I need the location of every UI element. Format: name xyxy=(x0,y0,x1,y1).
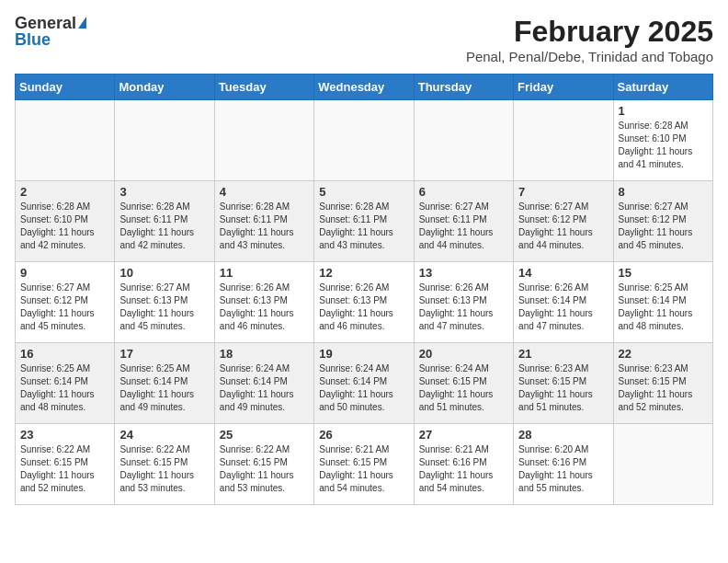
calendar-cell: 9Sunrise: 6:27 AM Sunset: 6:12 PM Daylig… xyxy=(16,262,115,343)
day-info: Sunrise: 6:25 AM Sunset: 6:14 PM Dayligh… xyxy=(20,362,109,414)
logo-blue-text: Blue xyxy=(15,31,51,48)
calendar-cell xyxy=(16,100,115,181)
day-info: Sunrise: 6:27 AM Sunset: 6:12 PM Dayligh… xyxy=(619,201,708,252)
location-subtitle: Penal, Penal/Debe, Trinidad and Tobago xyxy=(466,49,713,64)
weekday-header-sunday: Sunday xyxy=(16,75,115,100)
day-number: 28 xyxy=(518,428,608,442)
calendar-cell: 19Sunrise: 6:24 AM Sunset: 6:14 PM Dayli… xyxy=(314,343,414,424)
day-info: Sunrise: 6:24 AM Sunset: 6:14 PM Dayligh… xyxy=(319,362,408,414)
day-info: Sunrise: 6:21 AM Sunset: 6:16 PM Dayligh… xyxy=(419,443,508,495)
day-info: Sunrise: 6:27 AM Sunset: 6:12 PM Dayligh… xyxy=(518,201,608,252)
day-number: 20 xyxy=(419,347,508,361)
calendar-cell: 20Sunrise: 6:24 AM Sunset: 6:15 PM Dayli… xyxy=(414,343,513,424)
day-number: 26 xyxy=(319,428,408,442)
calendar-cell: 23Sunrise: 6:22 AM Sunset: 6:15 PM Dayli… xyxy=(16,424,115,505)
calendar-cell xyxy=(613,424,712,505)
calendar-body: 1Sunrise: 6:28 AM Sunset: 6:10 PM Daylig… xyxy=(16,100,713,505)
weekday-header-monday: Monday xyxy=(115,75,214,100)
calendar-cell: 28Sunrise: 6:20 AM Sunset: 6:16 PM Dayli… xyxy=(514,424,613,505)
day-info: Sunrise: 6:25 AM Sunset: 6:14 PM Dayligh… xyxy=(619,282,708,333)
day-info: Sunrise: 6:28 AM Sunset: 6:11 PM Dayligh… xyxy=(319,201,408,252)
calendar-cell: 27Sunrise: 6:21 AM Sunset: 6:16 PM Dayli… xyxy=(414,424,513,505)
day-number: 9 xyxy=(20,266,109,280)
day-number: 8 xyxy=(619,185,708,199)
day-info: Sunrise: 6:28 AM Sunset: 6:11 PM Dayligh… xyxy=(220,201,309,252)
day-info: Sunrise: 6:24 AM Sunset: 6:15 PM Dayligh… xyxy=(419,362,508,414)
day-number: 25 xyxy=(220,428,309,442)
day-number: 5 xyxy=(319,185,408,199)
calendar-cell: 12Sunrise: 6:26 AM Sunset: 6:13 PM Dayli… xyxy=(314,262,414,343)
weekday-header-tuesday: Tuesday xyxy=(214,75,313,100)
calendar-cell: 7Sunrise: 6:27 AM Sunset: 6:12 PM Daylig… xyxy=(514,181,613,262)
day-number: 23 xyxy=(20,428,109,442)
day-number: 6 xyxy=(419,185,508,199)
day-info: Sunrise: 6:28 AM Sunset: 6:10 PM Dayligh… xyxy=(20,201,109,252)
day-info: Sunrise: 6:27 AM Sunset: 6:11 PM Dayligh… xyxy=(419,201,508,252)
day-info: Sunrise: 6:26 AM Sunset: 6:14 PM Dayligh… xyxy=(518,282,608,333)
day-number: 15 xyxy=(619,266,708,280)
day-number: 2 xyxy=(20,185,109,199)
calendar-cell: 2Sunrise: 6:28 AM Sunset: 6:10 PM Daylig… xyxy=(16,181,115,262)
calendar-week-row: 23Sunrise: 6:22 AM Sunset: 6:15 PM Dayli… xyxy=(16,424,713,505)
day-number: 27 xyxy=(419,428,508,442)
calendar-week-row: 9Sunrise: 6:27 AM Sunset: 6:12 PM Daylig… xyxy=(16,262,713,343)
day-number: 7 xyxy=(518,185,608,199)
calendar-week-row: 16Sunrise: 6:25 AM Sunset: 6:14 PM Dayli… xyxy=(16,343,713,424)
calendar-cell: 17Sunrise: 6:25 AM Sunset: 6:14 PM Dayli… xyxy=(115,343,214,424)
calendar-table: SundayMondayTuesdayWednesdayThursdayFrid… xyxy=(15,74,713,505)
calendar-cell: 11Sunrise: 6:26 AM Sunset: 6:13 PM Dayli… xyxy=(214,262,313,343)
calendar-week-row: 1Sunrise: 6:28 AM Sunset: 6:10 PM Daylig… xyxy=(16,100,713,181)
day-info: Sunrise: 6:23 AM Sunset: 6:15 PM Dayligh… xyxy=(518,362,608,414)
month-year-title: February 2025 xyxy=(466,15,713,49)
calendar-cell: 1Sunrise: 6:28 AM Sunset: 6:10 PM Daylig… xyxy=(613,100,712,181)
day-number: 19 xyxy=(319,347,408,361)
day-number: 13 xyxy=(419,266,508,280)
calendar-cell: 14Sunrise: 6:26 AM Sunset: 6:14 PM Dayli… xyxy=(514,262,613,343)
day-info: Sunrise: 6:28 AM Sunset: 6:10 PM Dayligh… xyxy=(619,120,708,171)
day-number: 24 xyxy=(119,428,209,442)
day-info: Sunrise: 6:24 AM Sunset: 6:14 PM Dayligh… xyxy=(220,362,309,414)
day-number: 10 xyxy=(119,266,209,280)
calendar-cell: 8Sunrise: 6:27 AM Sunset: 6:12 PM Daylig… xyxy=(613,181,712,262)
calendar-cell: 3Sunrise: 6:28 AM Sunset: 6:11 PM Daylig… xyxy=(115,181,214,262)
day-info: Sunrise: 6:26 AM Sunset: 6:13 PM Dayligh… xyxy=(419,282,508,333)
day-number: 18 xyxy=(220,347,309,361)
day-info: Sunrise: 6:25 AM Sunset: 6:14 PM Dayligh… xyxy=(119,362,209,414)
calendar-cell: 5Sunrise: 6:28 AM Sunset: 6:11 PM Daylig… xyxy=(314,181,414,262)
day-info: Sunrise: 6:20 AM Sunset: 6:16 PM Dayligh… xyxy=(518,443,608,495)
calendar-cell xyxy=(514,100,613,181)
day-info: Sunrise: 6:26 AM Sunset: 6:13 PM Dayligh… xyxy=(220,282,309,333)
day-number: 3 xyxy=(119,185,209,199)
day-number: 1 xyxy=(619,104,708,118)
day-info: Sunrise: 6:22 AM Sunset: 6:15 PM Dayligh… xyxy=(119,443,209,495)
day-info: Sunrise: 6:22 AM Sunset: 6:15 PM Dayligh… xyxy=(20,443,109,495)
page-header: General Blue February 2025 Penal, Penal/… xyxy=(15,15,713,64)
day-info: Sunrise: 6:27 AM Sunset: 6:12 PM Dayligh… xyxy=(20,282,109,333)
calendar-cell: 18Sunrise: 6:24 AM Sunset: 6:14 PM Dayli… xyxy=(214,343,313,424)
calendar-cell: 22Sunrise: 6:23 AM Sunset: 6:15 PM Dayli… xyxy=(613,343,712,424)
calendar-cell xyxy=(314,100,414,181)
day-info: Sunrise: 6:28 AM Sunset: 6:11 PM Dayligh… xyxy=(119,201,209,252)
calendar-cell: 15Sunrise: 6:25 AM Sunset: 6:14 PM Dayli… xyxy=(613,262,712,343)
weekday-header-saturday: Saturday xyxy=(613,75,712,100)
calendar-cell xyxy=(214,100,313,181)
weekday-header-row: SundayMondayTuesdayWednesdayThursdayFrid… xyxy=(16,75,713,100)
day-info: Sunrise: 6:26 AM Sunset: 6:13 PM Dayligh… xyxy=(319,282,408,333)
calendar-cell: 16Sunrise: 6:25 AM Sunset: 6:14 PM Dayli… xyxy=(16,343,115,424)
day-info: Sunrise: 6:21 AM Sunset: 6:15 PM Dayligh… xyxy=(319,443,408,495)
day-info: Sunrise: 6:22 AM Sunset: 6:15 PM Dayligh… xyxy=(220,443,309,495)
weekday-header-friday: Friday xyxy=(514,75,613,100)
calendar-cell: 4Sunrise: 6:28 AM Sunset: 6:11 PM Daylig… xyxy=(214,181,313,262)
weekday-header-thursday: Thursday xyxy=(414,75,513,100)
weekday-header-wednesday: Wednesday xyxy=(314,75,414,100)
calendar-header: SundayMondayTuesdayWednesdayThursdayFrid… xyxy=(16,75,713,100)
day-number: 11 xyxy=(220,266,309,280)
calendar-cell: 13Sunrise: 6:26 AM Sunset: 6:13 PM Dayli… xyxy=(414,262,513,343)
calendar-week-row: 2Sunrise: 6:28 AM Sunset: 6:10 PM Daylig… xyxy=(16,181,713,262)
title-block: February 2025 Penal, Penal/Debe, Trinida… xyxy=(466,15,713,64)
day-info: Sunrise: 6:23 AM Sunset: 6:15 PM Dayligh… xyxy=(619,362,708,414)
logo-general-text: General xyxy=(15,15,76,31)
logo: General Blue xyxy=(15,15,86,48)
day-number: 22 xyxy=(619,347,708,361)
day-number: 17 xyxy=(119,347,209,361)
